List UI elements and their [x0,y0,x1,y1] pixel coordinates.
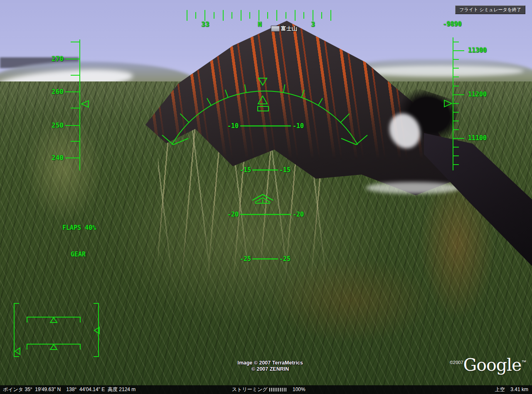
google-copyright: ©2007 [450,360,463,365]
pitch-label-left: -15 [232,166,251,174]
placemark-mount-fuji[interactable]: 富士山 [271,25,297,32]
attribution-line-1: Image © 2007 TerraMetrics [216,360,324,366]
altitude-label: 11200 [468,91,487,98]
snow-band-right [357,66,524,76]
gear-status: GEAR [71,251,86,258]
pitch-label-right: -25 [279,255,291,263]
pitch-label-right: -15 [279,166,291,174]
pitch-label-right: -20 [293,211,304,218]
eye-altitude: 上空 3.41 km [495,385,528,394]
streaming-status: ストリーミング |||||||||| 100% [232,385,305,394]
speed-label: 260 [43,88,64,96]
eye-altitude-value: 3.41 km [510,387,528,392]
speed-label: 270 [43,55,64,63]
pitch-label-left: -25 [232,255,251,263]
status-bar: ポインタ 35° 19'49.63" N 138° 44'04.14" E 高度… [0,385,532,394]
pitch-label-left: -10 [219,122,239,130]
compass-label-33: 33 [199,20,212,28]
placemark-label: 富士山 [281,25,297,32]
pitch-label-left: -20 [219,211,239,218]
map-attribution: Image © 2007 TerraMetrics © 2007 ZENRIN [216,360,324,372]
google-watermark: ©2007 Google ™ [450,356,526,374]
altitude-readout: -9890 [440,20,465,28]
compass-label-3: 3 [306,20,320,28]
google-earth-flight-simulator-viewport: 33 N 3 270 260 250 240 -9890 11300 11200… [0,0,532,394]
speed-label: 250 [43,121,64,129]
eye-altitude-label: 上空 [495,387,505,392]
pointer-latitude: 35° 19'49.63" N [25,387,61,392]
streaming-label: ストリーミング [232,387,268,392]
pointer-coordinates: ポインタ 35° 19'49.63" N 138° 44'04.14" E 高度… [3,385,135,394]
altitude-label: 11100 [468,134,487,142]
altitude-label: 11300 [468,47,487,54]
compass-label-n: N [253,20,266,28]
pointer-longitude: 138° 44'04.14" E [66,387,105,392]
google-logo-text: Google [463,356,522,374]
placemark-icon[interactable] [271,26,280,32]
streaming-percent: 100% [293,387,305,392]
flaps-status: FLAPS 40% [62,224,96,231]
pointer-label: ポインタ [3,387,23,392]
attribution-line-2: © 2007 ZENRIN [216,366,324,372]
speed-label: 240 [43,154,64,162]
snow-patch [366,182,461,194]
terrain-altitude-value: 2124 m [119,387,135,392]
exit-flight-simulator-button[interactable]: フライト シミュレータを終了 [455,5,525,14]
pitch-label-right: -10 [293,122,304,130]
terrain-altitude-label: 高度 [108,387,118,392]
google-trademark: ™ [521,359,526,365]
streaming-progress-bars: |||||||||| [269,386,287,393]
